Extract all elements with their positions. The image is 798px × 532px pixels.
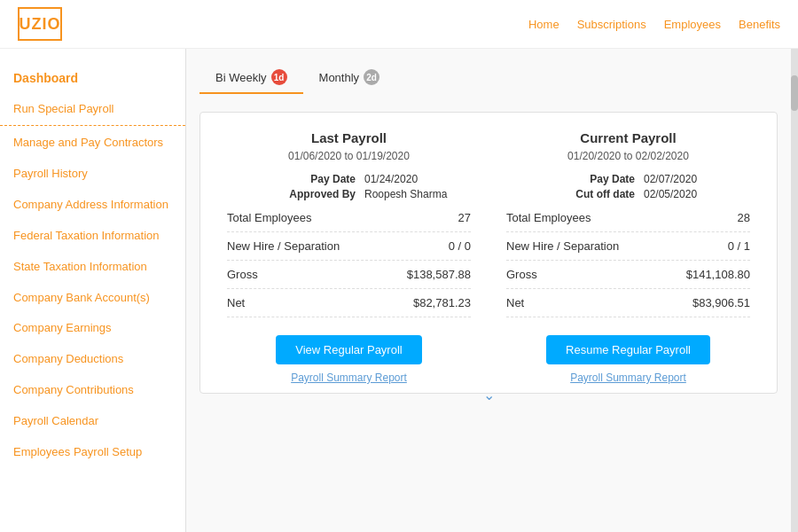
current-newhire-row: New Hire / Separation 0 / 1 bbox=[506, 239, 750, 261]
view-regular-payroll-button[interactable]: View Regular Payroll bbox=[276, 335, 421, 364]
sidebar-item-company-address[interactable]: Company Address Information bbox=[0, 190, 185, 221]
payroll-cards-container: Last Payroll 01/06/2020 to 01/19/2020 Pa… bbox=[200, 112, 778, 394]
nav-employees[interactable]: Employees bbox=[664, 18, 721, 31]
last-net-label: Net bbox=[227, 296, 245, 309]
current-payroll-cutoff-value: 02/05/2020 bbox=[644, 188, 750, 200]
current-payroll-card: Current Payroll 01/20/2020 to 02/02/2020… bbox=[489, 130, 768, 384]
last-newhire-row: New Hire / Separation 0 / 0 bbox=[227, 239, 471, 261]
current-payroll-cutoff-label: Cut off date bbox=[575, 188, 635, 200]
tab-monthly-label: Monthly bbox=[319, 71, 360, 84]
last-net-row: Net $82,781.23 bbox=[227, 296, 471, 317]
main-content: Bi Weekly 1d Monthly 2d Last Payroll 01/… bbox=[186, 49, 791, 532]
current-gross-value: $141,108.80 bbox=[686, 268, 750, 281]
tab-monthly-badge: 2d bbox=[364, 69, 379, 85]
last-payroll-meta: Pay Date 01/24/2020 Approved By Roopesh … bbox=[227, 173, 471, 200]
sidebar-item-dashboard[interactable]: Dashboard bbox=[0, 62, 185, 94]
last-payroll-approved-row: Approved By Roopesh Sharma bbox=[227, 188, 471, 200]
last-payroll-approved-label: Approved By bbox=[289, 188, 356, 200]
header-nav: Home Subscriptions Employees Benefits bbox=[528, 18, 780, 31]
current-payroll-title: Current Payroll bbox=[506, 130, 750, 145]
nav-home[interactable]: Home bbox=[528, 18, 559, 31]
last-payroll-pay-date-row: Pay Date 01/24/2020 bbox=[227, 173, 471, 185]
last-net-value: $82,781.23 bbox=[413, 296, 471, 309]
current-total-employees-row: Total Employees 28 bbox=[506, 211, 750, 232]
current-payroll-summary-link[interactable]: Payroll Summary Report bbox=[506, 372, 750, 384]
last-payroll-pay-date-value: 01/24/2020 bbox=[364, 173, 471, 185]
sidebar-item-run-special-payroll[interactable]: Run Special Payroll bbox=[0, 94, 185, 126]
current-total-employees-value: 28 bbox=[738, 211, 750, 224]
sidebar-item-company-contributions[interactable]: Company Contributions bbox=[0, 375, 185, 406]
current-net-value: $83,906.51 bbox=[692, 296, 750, 309]
sidebar-item-company-deductions[interactable]: Company Deductions bbox=[0, 344, 185, 375]
current-payroll-pay-date-row: Pay Date 02/07/2020 bbox=[506, 173, 750, 185]
sidebar-item-state-taxation[interactable]: State Taxation Information bbox=[0, 252, 185, 283]
tab-biweekly[interactable]: Bi Weekly 1d bbox=[200, 62, 303, 94]
last-total-employees-row: Total Employees 27 bbox=[227, 211, 471, 232]
current-payroll-cutoff-row: Cut off date 02/05/2020 bbox=[506, 188, 750, 200]
header: UZIO Home Subscriptions Employees Benefi… bbox=[0, 0, 798, 49]
last-payroll-card: Last Payroll 01/06/2020 to 01/19/2020 Pa… bbox=[209, 130, 489, 384]
current-payroll-date-range: 01/20/2020 to 02/02/2020 bbox=[506, 150, 750, 162]
logo: UZIO bbox=[18, 7, 62, 41]
last-gross-row: Gross $138,587.88 bbox=[227, 268, 471, 289]
last-newhire-value: 0 / 0 bbox=[449, 239, 471, 253]
tab-biweekly-badge: 1d bbox=[271, 69, 287, 85]
sidebar-item-employees-payroll-setup[interactable]: Employees Payroll Setup bbox=[0, 437, 185, 468]
last-total-employees-label: Total Employees bbox=[227, 211, 311, 224]
last-payroll-actions: View Regular Payroll Payroll Summary Rep… bbox=[227, 335, 471, 384]
current-payroll-pay-date-value: 02/07/2020 bbox=[644, 173, 750, 185]
sidebar: Dashboard Run Special Payroll Manage and… bbox=[0, 49, 186, 532]
current-newhire-value: 0 / 1 bbox=[728, 239, 750, 253]
tab-monthly[interactable]: Monthly 2d bbox=[303, 62, 396, 94]
scrollbar-track[interactable] bbox=[791, 49, 798, 532]
sidebar-item-company-earnings[interactable]: Company Earnings bbox=[0, 313, 185, 344]
nav-benefits[interactable]: Benefits bbox=[739, 18, 780, 31]
payroll-tabs: Bi Weekly 1d Monthly 2d bbox=[200, 62, 778, 94]
last-total-employees-value: 27 bbox=[458, 211, 471, 224]
last-payroll-title: Last Payroll bbox=[227, 130, 471, 145]
sidebar-item-payroll-calendar[interactable]: Payroll Calendar bbox=[0, 406, 185, 437]
sidebar-item-payroll-history[interactable]: Payroll History bbox=[0, 159, 185, 190]
last-gross-value: $138,587.88 bbox=[407, 268, 471, 281]
current-total-employees-label: Total Employees bbox=[506, 211, 591, 224]
tab-biweekly-label: Bi Weekly bbox=[215, 71, 267, 84]
current-net-row: Net $83,906.51 bbox=[506, 296, 750, 317]
last-payroll-summary-link[interactable]: Payroll Summary Report bbox=[227, 372, 471, 384]
sidebar-item-federal-taxation[interactable]: Federal Taxation Information bbox=[0, 221, 185, 252]
last-payroll-pay-date-label: Pay Date bbox=[310, 173, 356, 185]
last-payroll-approved-value: Roopesh Sharma bbox=[364, 188, 471, 200]
current-payroll-actions: Resume Regular Payroll Payroll Summary R… bbox=[506, 335, 750, 384]
nav-subscriptions[interactable]: Subscriptions bbox=[577, 18, 646, 31]
current-payroll-pay-date-label: Pay Date bbox=[590, 173, 635, 185]
sidebar-item-manage-contractors[interactable]: Manage and Pay Contractors bbox=[0, 128, 185, 159]
current-net-label: Net bbox=[506, 296, 524, 309]
expand-chevron[interactable]: ⌄ bbox=[483, 387, 495, 403]
layout: Dashboard Run Special Payroll Manage and… bbox=[0, 49, 798, 532]
current-gross-label: Gross bbox=[506, 268, 537, 281]
current-gross-row: Gross $141,108.80 bbox=[506, 268, 750, 289]
resume-regular-payroll-button[interactable]: Resume Regular Payroll bbox=[546, 335, 710, 364]
sidebar-item-bank-accounts[interactable]: Company Bank Account(s) bbox=[0, 283, 185, 314]
last-newhire-label: New Hire / Separation bbox=[227, 239, 340, 253]
current-newhire-label: New Hire / Separation bbox=[506, 239, 619, 253]
last-gross-label: Gross bbox=[227, 268, 258, 281]
last-payroll-date-range: 01/06/2020 to 01/19/2020 bbox=[227, 150, 471, 162]
current-payroll-meta: Pay Date 02/07/2020 Cut off date 02/05/2… bbox=[506, 173, 750, 200]
scrollbar-thumb[interactable] bbox=[791, 75, 798, 111]
